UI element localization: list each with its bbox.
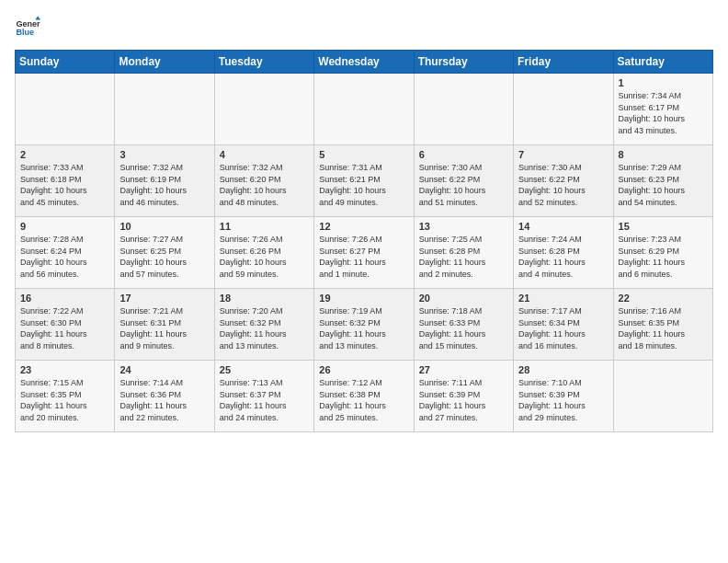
calendar-cell: 14Sunrise: 7:24 AM Sunset: 6:28 PM Dayli… (514, 217, 613, 289)
calendar-cell: 26Sunrise: 7:12 AM Sunset: 6:38 PM Dayli… (314, 361, 414, 432)
day-number: 18 (220, 293, 309, 304)
day-number: 9 (20, 221, 109, 232)
day-info: Sunrise: 7:34 AM Sunset: 6:17 PM Dayligh… (619, 90, 708, 136)
day-info: Sunrise: 7:29 AM Sunset: 6:23 PM Dayligh… (619, 162, 708, 208)
calendar-cell: 16Sunrise: 7:22 AM Sunset: 6:30 PM Dayli… (16, 289, 115, 361)
calendar-cell: 24Sunrise: 7:14 AM Sunset: 6:36 PM Dayli… (115, 361, 214, 432)
day-number: 25 (220, 364, 309, 375)
weekday-header-tuesday: Tuesday (214, 51, 313, 74)
day-info: Sunrise: 7:15 AM Sunset: 6:35 PM Dayligh… (20, 377, 109, 423)
day-number: 12 (319, 221, 408, 232)
calendar-cell: 5Sunrise: 7:31 AM Sunset: 6:21 PM Daylig… (314, 145, 414, 217)
day-info: Sunrise: 7:17 AM Sunset: 6:34 PM Dayligh… (518, 305, 608, 351)
day-info: Sunrise: 7:10 AM Sunset: 6:39 PM Dayligh… (518, 377, 608, 423)
day-info: Sunrise: 7:12 AM Sunset: 6:38 PM Dayligh… (319, 377, 408, 423)
day-info: Sunrise: 7:33 AM Sunset: 6:18 PM Dayligh… (20, 162, 109, 208)
day-number: 17 (119, 293, 209, 304)
day-number: 23 (20, 364, 109, 375)
weekday-header-saturday: Saturday (613, 51, 712, 74)
svg-text:General: General (16, 19, 40, 29)
calendar-header-row: SundayMondayTuesdayWednesdayThursdayFrid… (16, 51, 713, 74)
calendar-cell (414, 74, 513, 145)
day-info: Sunrise: 7:19 AM Sunset: 6:32 PM Dayligh… (319, 305, 408, 351)
day-info: Sunrise: 7:30 AM Sunset: 6:22 PM Dayligh… (518, 162, 608, 208)
day-info: Sunrise: 7:27 AM Sunset: 6:25 PM Dayligh… (119, 234, 209, 280)
day-info: Sunrise: 7:31 AM Sunset: 6:21 PM Dayligh… (319, 162, 408, 208)
day-info: Sunrise: 7:20 AM Sunset: 6:32 PM Dayligh… (220, 305, 309, 351)
calendar-cell: 17Sunrise: 7:21 AM Sunset: 6:31 PM Dayli… (115, 289, 214, 361)
day-info: Sunrise: 7:25 AM Sunset: 6:28 PM Dayligh… (419, 234, 508, 280)
day-number: 4 (220, 149, 309, 160)
weekday-header-friday: Friday (514, 51, 613, 74)
logo-icon: General Blue (15, 15, 40, 40)
day-number: 16 (20, 293, 109, 304)
day-number: 7 (518, 149, 608, 160)
week-row-2: 2Sunrise: 7:33 AM Sunset: 6:18 PM Daylig… (16, 145, 713, 217)
day-number: 27 (419, 364, 508, 375)
day-number: 8 (619, 149, 708, 160)
day-info: Sunrise: 7:23 AM Sunset: 6:29 PM Dayligh… (619, 234, 708, 280)
day-number: 24 (119, 364, 209, 375)
calendar-cell: 21Sunrise: 7:17 AM Sunset: 6:34 PM Dayli… (514, 289, 613, 361)
calendar-cell: 25Sunrise: 7:13 AM Sunset: 6:37 PM Dayli… (214, 361, 313, 432)
day-number: 22 (619, 293, 708, 304)
week-row-5: 23Sunrise: 7:15 AM Sunset: 6:35 PM Dayli… (16, 361, 713, 432)
calendar-cell: 15Sunrise: 7:23 AM Sunset: 6:29 PM Dayli… (613, 217, 712, 289)
calendar-cell: 6Sunrise: 7:30 AM Sunset: 6:22 PM Daylig… (414, 145, 513, 217)
week-row-4: 16Sunrise: 7:22 AM Sunset: 6:30 PM Dayli… (16, 289, 713, 361)
calendar-cell: 18Sunrise: 7:20 AM Sunset: 6:32 PM Dayli… (214, 289, 313, 361)
week-row-1: 1Sunrise: 7:34 AM Sunset: 6:17 PM Daylig… (16, 74, 713, 145)
week-row-3: 9Sunrise: 7:28 AM Sunset: 6:24 PM Daylig… (16, 217, 713, 289)
day-info: Sunrise: 7:11 AM Sunset: 6:39 PM Dayligh… (419, 377, 508, 423)
weekday-header-sunday: Sunday (16, 51, 115, 74)
svg-marker-2 (35, 16, 40, 19)
calendar-cell: 27Sunrise: 7:11 AM Sunset: 6:39 PM Dayli… (414, 361, 513, 432)
calendar-cell (314, 74, 414, 145)
day-number: 26 (319, 364, 408, 375)
calendar-cell (16, 74, 115, 145)
calendar-cell: 28Sunrise: 7:10 AM Sunset: 6:39 PM Dayli… (514, 361, 613, 432)
calendar-cell: 8Sunrise: 7:29 AM Sunset: 6:23 PM Daylig… (613, 145, 712, 217)
calendar-cell: 1Sunrise: 7:34 AM Sunset: 6:17 PM Daylig… (613, 74, 712, 145)
svg-text:Blue: Blue (16, 28, 34, 37)
calendar-cell: 23Sunrise: 7:15 AM Sunset: 6:35 PM Dayli… (16, 361, 115, 432)
day-info: Sunrise: 7:18 AM Sunset: 6:33 PM Dayligh… (419, 305, 508, 351)
day-info: Sunrise: 7:22 AM Sunset: 6:30 PM Dayligh… (20, 305, 109, 351)
calendar-cell: 22Sunrise: 7:16 AM Sunset: 6:35 PM Dayli… (613, 289, 712, 361)
calendar-cell (514, 74, 613, 145)
day-number: 5 (319, 149, 408, 160)
calendar-cell: 9Sunrise: 7:28 AM Sunset: 6:24 PM Daylig… (16, 217, 115, 289)
day-number: 19 (319, 293, 408, 304)
day-number: 20 (419, 293, 508, 304)
calendar-cell (115, 74, 214, 145)
calendar-cell: 20Sunrise: 7:18 AM Sunset: 6:33 PM Dayli… (414, 289, 513, 361)
calendar-cell: 13Sunrise: 7:25 AM Sunset: 6:28 PM Dayli… (414, 217, 513, 289)
calendar-cell (214, 74, 313, 145)
day-info: Sunrise: 7:16 AM Sunset: 6:35 PM Dayligh… (619, 305, 708, 351)
calendar-cell: 4Sunrise: 7:32 AM Sunset: 6:20 PM Daylig… (214, 145, 313, 217)
day-number: 10 (119, 221, 209, 232)
day-number: 1 (619, 77, 708, 88)
day-info: Sunrise: 7:32 AM Sunset: 6:20 PM Dayligh… (220, 162, 309, 208)
page-header: General Blue (15, 15, 713, 40)
calendar-cell: 11Sunrise: 7:26 AM Sunset: 6:26 PM Dayli… (214, 217, 313, 289)
day-info: Sunrise: 7:21 AM Sunset: 6:31 PM Dayligh… (119, 305, 209, 351)
day-info: Sunrise: 7:26 AM Sunset: 6:26 PM Dayligh… (220, 234, 309, 280)
day-number: 11 (220, 221, 309, 232)
day-number: 15 (619, 221, 708, 232)
calendar-cell: 10Sunrise: 7:27 AM Sunset: 6:25 PM Dayli… (115, 217, 214, 289)
day-info: Sunrise: 7:26 AM Sunset: 6:27 PM Dayligh… (319, 234, 408, 280)
day-number: 3 (119, 149, 209, 160)
day-number: 14 (518, 221, 608, 232)
day-info: Sunrise: 7:13 AM Sunset: 6:37 PM Dayligh… (220, 377, 309, 423)
day-number: 6 (419, 149, 508, 160)
day-number: 2 (20, 149, 109, 160)
day-number: 13 (419, 221, 508, 232)
day-info: Sunrise: 7:30 AM Sunset: 6:22 PM Dayligh… (419, 162, 508, 208)
day-info: Sunrise: 7:28 AM Sunset: 6:24 PM Dayligh… (20, 234, 109, 280)
day-number: 28 (518, 364, 608, 375)
day-info: Sunrise: 7:32 AM Sunset: 6:19 PM Dayligh… (119, 162, 209, 208)
day-number: 21 (518, 293, 608, 304)
calendar-cell: 12Sunrise: 7:26 AM Sunset: 6:27 PM Dayli… (314, 217, 414, 289)
calendar-table: SundayMondayTuesdayWednesdayThursdayFrid… (15, 50, 713, 432)
